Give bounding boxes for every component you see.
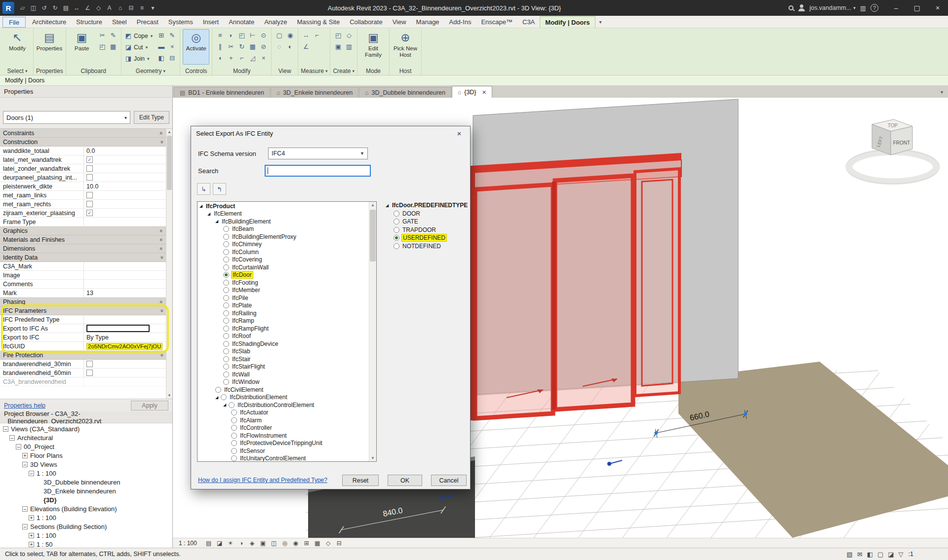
offset-icon[interactable]: ∥ (215, 41, 225, 51)
modify-button[interactable]: ↖Modify (4, 29, 31, 65)
ribbon-tab-analyze[interactable]: Analyze (259, 16, 292, 28)
browser-item-3d[interactable]: {3D} (0, 495, 172, 504)
ifc-node-ifcslab[interactable]: IfcSlab (198, 348, 369, 356)
property-group-phasing[interactable]: Phasing« (0, 298, 166, 306)
open-icon[interactable]: ▱ (17, 3, 28, 13)
radio-icon[interactable] (231, 448, 237, 454)
pin-icon[interactable]: ⊙ (258, 30, 269, 40)
copy-to-clipboard-icon[interactable]: ◰ (97, 41, 108, 51)
ribbon-tab-c3a[interactable]: C3A (517, 16, 540, 28)
ribbon-tab-annotate[interactable]: Annotate (224, 16, 259, 28)
ifc-node-ifcmember[interactable]: IfcMember (198, 287, 369, 295)
properties-button[interactable]: ▤Properties (36, 29, 63, 65)
ribbon-tab-enscape[interactable]: Enscape™ (476, 16, 517, 28)
checkbox-unchecked-icon[interactable] (86, 370, 93, 376)
beam-joins-icon[interactable]: ▬ (156, 41, 166, 51)
browser-item-floor-plans[interactable]: +Floor Plans (0, 451, 172, 460)
rotate-icon[interactable]: ↻ (237, 41, 247, 51)
reveal-constraints-icon[interactable]: ⊟ (334, 539, 344, 548)
text-icon[interactable]: A (104, 3, 115, 13)
radio-icon[interactable] (223, 310, 229, 316)
close-button[interactable]: × (927, 0, 948, 16)
hide-in-view-icon[interactable]: ◌ (274, 41, 284, 51)
help-icon[interactable]: ? (870, 4, 878, 12)
property-group-ifc-parameters[interactable]: IFC Parameters« (0, 306, 166, 315)
expander-icon[interactable]: ◢ (215, 219, 221, 224)
property-row-ifcguid[interactable]: IfcGUID2o5NDrCmv2AO0xVFej7jOU (0, 342, 166, 351)
checkbox-unchecked-icon[interactable] (86, 192, 93, 198)
cope-button[interactable]: ◩Cope▾ (124, 30, 155, 41)
save-icon[interactable]: ◫ (28, 3, 39, 13)
worksets-icon[interactable]: ▧ (846, 551, 852, 558)
view-tab-3d-enkele-binnendeuren[interactable]: ⌂3D_Enkele binnendeuren (271, 87, 358, 98)
detail-level-icon[interactable]: ▤ (204, 539, 214, 548)
paste-button[interactable]: ▣Paste (69, 29, 95, 65)
view-tabs-menu-icon[interactable]: ▾ (936, 89, 948, 95)
section-icon[interactable]: ⊟ (126, 3, 136, 13)
radio-selected-icon[interactable] (223, 272, 229, 278)
ifc-node-ifcroof[interactable]: IfcRoof (198, 333, 369, 340)
radio-icon[interactable] (223, 249, 229, 255)
radio-icon[interactable] (223, 379, 229, 385)
property-row-latei-met-wandaftrek[interactable]: latei_met_wandaftrek✓ (0, 155, 166, 164)
user-menu[interactable]: jos.vandamm...▾ (809, 4, 855, 11)
collapse-icon[interactable]: – (29, 471, 34, 476)
ifc-node-ifcbuildingelement[interactable]: ◢IfcBuildingElement (198, 218, 369, 225)
radio-icon[interactable] (223, 257, 229, 262)
ifc-node-ifcactuator[interactable]: IfcActuator (198, 409, 369, 417)
radio-icon[interactable] (223, 318, 229, 324)
minimize-button[interactable]: – (886, 0, 907, 16)
temporary-view-properties-icon[interactable]: ▦ (313, 539, 322, 548)
cut-to-clipboard-icon[interactable]: ✂ (97, 30, 108, 40)
checkbox-unchecked-icon[interactable] (86, 361, 93, 367)
maximize-button[interactable]: ▢ (907, 0, 927, 16)
create-assembly-icon[interactable]: ▥ (344, 41, 354, 51)
ifc-node-door[interactable]: DOOR (384, 210, 468, 218)
radio-icon[interactable] (229, 402, 235, 408)
visual-style-icon[interactable]: ◪ (215, 539, 225, 548)
close-view-icon[interactable]: × (482, 88, 486, 96)
browser-item-1-100[interactable]: +1 : 100 (0, 531, 172, 540)
property-group-graphics[interactable]: Graphics« (0, 226, 166, 235)
redo-icon[interactable]: ↻ (50, 3, 60, 13)
ribbon-panel-label-properties[interactable]: Properties (36, 67, 63, 75)
view-scale-button[interactable]: 1 : 100 (177, 540, 199, 547)
show-crop-icon[interactable]: ◫ (269, 539, 279, 548)
ifc-node-ifcstair[interactable]: IfcStair (198, 355, 369, 363)
radio-icon[interactable] (394, 211, 399, 217)
property-group-materials-and-finishes[interactable]: Materials and Finishes« (0, 235, 166, 244)
array-icon[interactable]: ▦ (247, 41, 258, 51)
radio-icon[interactable] (223, 364, 229, 370)
property-row-pleisterwerk-dikte[interactable]: pleisterwerk_dikte10.0 (0, 182, 166, 191)
expand-icon[interactable]: + (29, 542, 34, 547)
properties-palette-header[interactable]: Properties (0, 86, 172, 98)
expander-icon[interactable]: ◢ (386, 203, 391, 208)
ifc-node-ifcdoor[interactable]: IfcDoor (198, 271, 369, 279)
browser-item-00-project[interactable]: –00_Project (0, 442, 172, 451)
property-row-export-to-ifc[interactable]: Export to IFCBy Type (0, 333, 166, 342)
radio-icon[interactable] (223, 295, 229, 301)
radio-icon[interactable] (223, 333, 229, 339)
radio-icon[interactable] (223, 226, 229, 232)
ifc-node-ifccovering[interactable]: IfcCovering (198, 256, 369, 264)
apply-button[interactable]: Apply (131, 401, 168, 411)
double-chevron-icon[interactable]: « (158, 140, 164, 143)
mirror-pick-axis-icon[interactable]: ◖ (215, 53, 225, 63)
dialog-help-link[interactable]: How do I assign IFC Entity and Predefine… (198, 477, 327, 484)
sun-path-icon[interactable]: ☀ (226, 539, 236, 548)
ribbon-panel-label-mode[interactable]: Mode (360, 67, 387, 75)
ifc-node-ifcunitarycontrolelement[interactable]: IfcUnitaryControlElement (198, 455, 369, 462)
search-input[interactable] (265, 165, 371, 177)
render-dialog-icon[interactable]: ◈ (247, 539, 257, 548)
ifc-node-ifcflowinstrument[interactable]: IfcFlowInstrument (198, 432, 369, 440)
view-tab-3d-dubbele-binnendeuren[interactable]: ⌂3D_Dubbele binnendeuren (359, 87, 451, 98)
filter-icon[interactable]: ▽ (899, 551, 904, 558)
reset-button[interactable]: Reset (342, 475, 379, 486)
ifc-node-ifccolumn[interactable]: IfcColumn (198, 248, 369, 256)
property-row-latei-zonder-wandaftrek[interactable]: latei_zonder_wandaftrek (0, 164, 166, 173)
property-group-fire-protection[interactable]: Fire Protection« (0, 351, 166, 360)
ifc-node-ifcsensor[interactable]: IfcSensor (198, 447, 369, 455)
ribbon-panel-label-view[interactable]: View (274, 67, 295, 75)
ifc-node-ifcdoor-predefinedtype[interactable]: ◢IfcDoor.PREDEFINEDTYPE (384, 201, 468, 210)
ifc-node-ifcbuildingelementproxy[interactable]: IfcBuildingElementProxy (198, 233, 369, 241)
